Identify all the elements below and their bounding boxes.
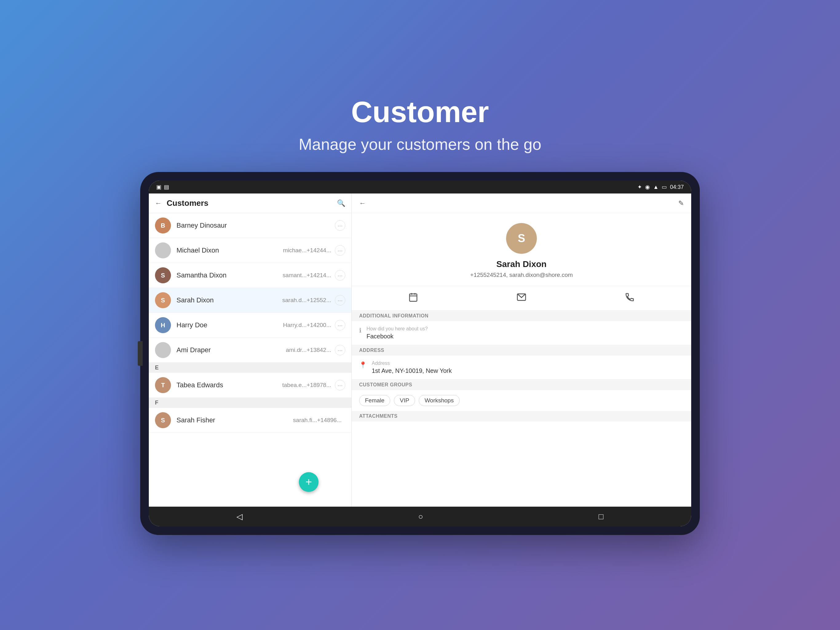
- customer-contact-tabea: tabea.e...+18978...: [282, 382, 331, 388]
- profile-name: Sarah Dixon: [496, 259, 546, 269]
- detail-edit-button[interactable]: ✎: [678, 199, 684, 207]
- list-back-button[interactable]: ←: [155, 199, 162, 207]
- customer-detail-panel: ← ✎ S Sarah Dixon +1255245214, sarah.dix…: [352, 193, 691, 507]
- page-subtitle: Manage your customers on the go: [298, 135, 541, 154]
- profile-contact: +1255245214, sarah.dixon@shore.com: [470, 272, 573, 279]
- customer-contact-sarah-fisher: sarah.fi...+14896...: [293, 417, 342, 424]
- customer-name-sarah-fisher: Sarah Fisher: [177, 416, 293, 424]
- list-title: Customers: [167, 198, 337, 208]
- address-value: 1st Ave, NY-10019, New York: [372, 367, 684, 374]
- customer-profile: S Sarah Dixon +1255245214, sarah.dixon@s…: [352, 213, 691, 286]
- customer-groups-header: CUSTOMER GROUPS: [352, 380, 691, 390]
- status-bar-right: ✦ ◉ ▲ ▭ 04:37: [637, 184, 684, 190]
- add-customer-fab[interactable]: +: [299, 472, 319, 492]
- more-btn-ami[interactable]: ···: [335, 345, 345, 355]
- tablet-frame: ▣ ▤ ✦ ◉ ▲ ▭ 04:37 ← Customers 🔍: [140, 172, 700, 535]
- customer-item-samantha[interactable]: S Samantha Dixon samant...+14214... ···: [149, 263, 351, 288]
- tag-workshops[interactable]: Workshops: [419, 395, 459, 406]
- tag-vip[interactable]: VIP: [394, 395, 415, 406]
- avatar-samantha: S: [155, 268, 171, 283]
- calendar-action-button[interactable]: [408, 292, 418, 304]
- customer-item-barney[interactable]: B Barney Dinosaur ···: [149, 213, 351, 238]
- how-did-you-hear-content: How did you here about us? Facebook: [366, 326, 684, 340]
- customer-list: B Barney Dinosaur ··· Michael Dixon mich…: [149, 213, 351, 507]
- nav-recent-button[interactable]: □: [598, 512, 603, 521]
- customer-contact-harry: Harry.d...+14200...: [283, 322, 331, 329]
- section-divider-f: F: [149, 398, 351, 408]
- more-btn-samantha[interactable]: ···: [335, 270, 345, 280]
- customer-item-sarah-dixon[interactable]: S Sarah Dixon sarah.d...+12552... ···: [149, 288, 351, 313]
- app-content: ← Customers 🔍 B Barney Dinosaur ··· Mich…: [149, 193, 691, 507]
- wifi-alt-icon: ◉: [645, 184, 650, 190]
- section-divider-e: E: [149, 362, 351, 373]
- how-did-you-hear-label: How did you here about us?: [366, 326, 684, 332]
- customer-name-michael: Michael Dixon: [177, 246, 283, 255]
- tag-female[interactable]: Female: [359, 395, 390, 406]
- more-btn-sarah-dixon[interactable]: ···: [335, 295, 345, 306]
- time-display: 04:37: [670, 184, 684, 190]
- tags-container: Female VIP Workshops: [352, 390, 691, 411]
- customer-contact-samantha: samant...+14214...: [283, 272, 331, 279]
- status-bar: ▣ ▤ ✦ ◉ ▲ ▭ 04:37: [149, 180, 691, 193]
- avatar-michael: [155, 242, 171, 258]
- bluetooth-icon: ✦: [637, 184, 642, 190]
- avatar-sarah-fisher: S: [155, 412, 171, 428]
- nav-home-button[interactable]: ○: [418, 512, 423, 521]
- tablet-side-button: [138, 341, 143, 366]
- svg-rect-0: [409, 294, 417, 301]
- customer-item-sarah-fisher[interactable]: S Sarah Fisher sarah.fi...+14896...: [149, 408, 351, 433]
- attachments-header: ATTACHMENTS: [352, 411, 691, 421]
- status-bar-left: ▣ ▤: [156, 184, 169, 190]
- action-bar: [352, 286, 691, 311]
- tablet-screen: ▣ ▤ ✦ ◉ ▲ ▭ 04:37 ← Customers 🔍: [149, 180, 691, 526]
- customer-contact-ami: ami.dr...+13842...: [286, 347, 331, 353]
- customer-item-tabea[interactable]: T Tabea Edwards tabea.e...+18978... ···: [149, 373, 351, 398]
- customer-name-samantha: Samantha Dixon: [177, 271, 283, 279]
- avatar-tabea: T: [155, 377, 171, 393]
- phone-action-button[interactable]: [625, 292, 635, 304]
- location-icon: 📍: [359, 361, 367, 369]
- customer-item-harry[interactable]: H Harry Doe Harry.d...+14200... ···: [149, 313, 351, 338]
- profile-avatar: S: [506, 223, 537, 254]
- battery-icon: ▭: [662, 184, 667, 190]
- avatar-ami: [155, 342, 171, 358]
- avatar-sarah-dixon: S: [155, 292, 171, 308]
- list-header: ← Customers 🔍: [149, 193, 351, 213]
- customer-item-michael[interactable]: Michael Dixon michae...+14244... ···: [149, 238, 351, 263]
- page-title: Customer: [298, 95, 541, 129]
- customer-contact-michael: michae...+14244...: [283, 247, 331, 254]
- wifi-icon: ▲: [653, 184, 658, 190]
- customer-list-panel: ← Customers 🔍 B Barney Dinosaur ··· Mich…: [149, 193, 352, 507]
- customer-name-sarah-dixon: Sarah Dixon: [177, 296, 282, 304]
- avatar-harry: H: [155, 317, 171, 333]
- address-content: Address 1st Ave, NY-10019, New York: [372, 361, 684, 374]
- more-btn-tabea[interactable]: ···: [335, 380, 345, 390]
- page-header: Customer Manage your customers on the go: [298, 95, 541, 154]
- address-header: ADDRESS: [352, 345, 691, 356]
- status-icon-1: ▣: [156, 184, 161, 190]
- bottom-nav: ◁ ○ □: [149, 507, 691, 526]
- how-did-you-hear-value: Facebook: [366, 333, 684, 340]
- additional-info-header: ADDITIONAL INFORMATION: [352, 311, 691, 321]
- more-btn-barney[interactable]: ···: [335, 220, 345, 231]
- how-did-you-hear-row: ℹ How did you here about us? Facebook: [352, 321, 691, 345]
- info-icon: ℹ: [359, 327, 362, 334]
- status-icon-2: ▤: [164, 184, 169, 190]
- email-action-button[interactable]: [516, 292, 526, 304]
- detail-back-button[interactable]: ←: [359, 199, 366, 207]
- address-label: Address: [372, 361, 684, 366]
- nav-back-button[interactable]: ◁: [237, 512, 243, 521]
- search-button[interactable]: 🔍: [337, 199, 345, 207]
- detail-header: ← ✎: [352, 193, 691, 213]
- more-btn-harry[interactable]: ···: [335, 320, 345, 330]
- customer-name-harry: Harry Doe: [177, 321, 283, 329]
- customer-name-barney: Barney Dinosaur: [177, 222, 335, 230]
- customer-name-ami: Ami Draper: [177, 346, 286, 354]
- address-row: 📍 Address 1st Ave, NY-10019, New York: [352, 356, 691, 380]
- customer-contact-sarah-dixon: sarah.d...+12552...: [282, 297, 331, 304]
- avatar-barney: B: [155, 217, 171, 233]
- customer-name-tabea: Tabea Edwards: [177, 381, 282, 389]
- customer-item-ami[interactable]: Ami Draper ami.dr...+13842... ···: [149, 338, 351, 362]
- more-btn-michael[interactable]: ···: [335, 245, 345, 256]
